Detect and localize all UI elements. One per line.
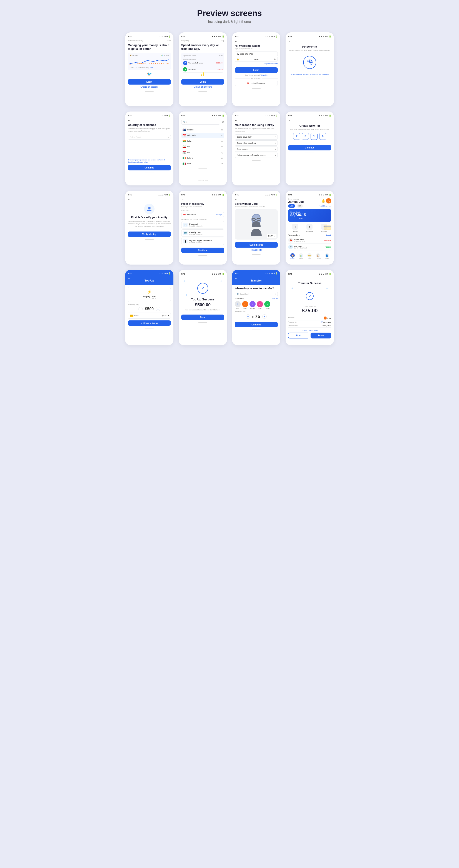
reason-item[interactable]: Spend save daily› xyxy=(235,134,278,140)
nav-history[interactable]: 📋 History xyxy=(316,253,321,259)
continue-button[interactable]: Continue xyxy=(128,165,171,170)
reason-item[interactable]: Spend while travelling› xyxy=(235,141,278,146)
nav-profile[interactable]: 👤 Profile xyxy=(325,253,329,259)
contact-avatar: P xyxy=(242,301,248,307)
topup-action[interactable]: ⬆ Top-up xyxy=(292,224,298,232)
country-code: IT xyxy=(222,163,223,165)
battery-icon: 🔋 xyxy=(275,115,278,117)
withdraw-action[interactable]: ⬇ Withdraw xyxy=(306,224,313,232)
back-arrow[interactable]: ← xyxy=(235,119,278,122)
headline: Fingerprint xyxy=(288,45,331,48)
battery-icon: 🔋 xyxy=(275,35,278,38)
back-arrow[interactable]: ← xyxy=(288,277,331,280)
success-icon: ✓ xyxy=(306,292,314,300)
back-arrow[interactable]: ← xyxy=(288,119,331,122)
create-account-button[interactable]: Create an account xyxy=(128,85,171,89)
sign-up-link[interactable]: Sign Up xyxy=(261,74,267,76)
back-arrow[interactable]: ← xyxy=(288,40,331,43)
country-item-iceland[interactable]: 🇮🇸IcelandIE xyxy=(181,127,224,132)
skip-link[interactable]: Skip xyxy=(221,40,224,42)
chevron-right-icon: › xyxy=(275,142,276,144)
nav-chart[interactable]: 📊 Chart xyxy=(299,253,303,259)
login-button[interactable]: Login xyxy=(235,67,278,73)
contact-item[interactable]: + Add xyxy=(235,301,241,309)
contact-item[interactable]: B Brandon xyxy=(250,301,256,309)
doc-method-item[interactable]: 🪪 Identity Card Issued in Indonesia › xyxy=(181,229,224,237)
screen-verify-identity: 9:41 ▲▲▲ wifi 🔋 ← First, let's verify yo… xyxy=(125,191,173,265)
nav-card[interactable]: 💳 Card xyxy=(307,253,312,259)
doc-method-item[interactable]: 📱 My info digital document Issued in Ind… xyxy=(181,238,224,245)
country-select[interactable]: Select Country ▾ xyxy=(128,135,171,140)
back-arrow[interactable]: ← xyxy=(128,198,171,201)
bank-select[interactable]: 🏦 Select Bank ▾ xyxy=(235,292,278,296)
info-date: Transfer date Sep 9, 2021 xyxy=(288,324,331,328)
tab-usd[interactable]: USD xyxy=(288,204,295,208)
reason-item[interactable]: Gain exposure to financial assets› xyxy=(235,153,278,158)
back-arrow[interactable]: ← xyxy=(235,198,278,201)
signal-icon: ▲▲▲ xyxy=(318,35,324,38)
change-link[interactable]: Change xyxy=(216,214,222,216)
screen-transfer: 9:41 ▲▲▲ wifi 🔋 ← Transfer Where do you … xyxy=(232,270,281,345)
done-button[interactable]: Done xyxy=(181,315,224,320)
login-button[interactable]: Login xyxy=(128,79,171,85)
nav-home[interactable]: 🏠 Home xyxy=(290,253,295,259)
increase-button[interactable]: + xyxy=(262,314,267,319)
contact-name: Philp xyxy=(243,308,247,309)
contact-item[interactable]: D Danne xyxy=(264,301,270,309)
continue-button[interactable]: Continue xyxy=(181,248,224,253)
screen-dashboard: 9:41 ▲▲▲ wifi 🔋 Good morning James Lee 🔔… xyxy=(286,191,334,265)
increase-button[interactable]: + xyxy=(156,307,160,311)
swipe-button[interactable]: ▶ Swipe to top-up xyxy=(128,320,171,326)
contact-item[interactable]: P Philp xyxy=(242,301,248,309)
google-login-button[interactable]: G Login with Google xyxy=(235,81,278,86)
back-arrow[interactable]: ← xyxy=(128,119,171,122)
back-arrow[interactable]: ← xyxy=(235,40,278,43)
add-currency-button[interactable]: + Add Currency xyxy=(319,204,331,208)
screen-content: + + + ✓ Top Up Success $500.00 Has been … xyxy=(181,277,224,320)
finpay-logo-icon: ⚡ xyxy=(130,289,168,294)
submit-selfie-button[interactable]: Submit selfie xyxy=(235,242,278,248)
see-all-link[interactable]: See all xyxy=(326,234,331,236)
country-item-indonesia[interactable]: 🇮🇩IndonesiaID xyxy=(181,133,224,138)
see-all-link[interactable]: See all xyxy=(272,298,278,300)
continue-button[interactable]: Continue xyxy=(235,322,278,328)
battery-icon: 🔋 xyxy=(168,272,171,275)
verify-button[interactable]: Verify Identity xyxy=(128,231,171,237)
recipient-avatar: P xyxy=(324,316,327,319)
flag-icon: 🇮🇩 xyxy=(183,134,186,137)
screen-selfie: 9:41 ▲▲▲ wifi 🔋 ← Selfie with ID Card Pl… xyxy=(232,191,281,265)
password-input[interactable]: 🔒 •••••••• 👁 xyxy=(235,57,278,62)
tab-idr[interactable]: IDR xyxy=(297,204,303,208)
country-item-ireland[interactable]: 🇮🇪IrelandIE xyxy=(181,155,224,161)
print-button[interactable]: Print xyxy=(288,333,309,338)
contact-item[interactable]: J Julie xyxy=(257,301,263,309)
country-item-italy[interactable]: 🇮🇹ItalyIT xyxy=(181,161,224,166)
amount-label: AMOUNT SENT xyxy=(288,306,331,308)
continue-button[interactable]: Continue xyxy=(288,145,331,150)
decrease-button[interactable]: − xyxy=(138,307,143,311)
reason-item[interactable]: Send money› xyxy=(235,147,278,152)
close-icon[interactable]: ✕ xyxy=(222,120,224,124)
finpay-card: Finpay Card $2,736.15 •••• •••• •••• 531… xyxy=(288,209,331,222)
done-button[interactable]: Done xyxy=(310,333,331,338)
doc-icon: 🪪 xyxy=(183,231,188,235)
mastercard-icon: 💳 xyxy=(130,314,133,317)
login-button[interactable]: Login xyxy=(181,79,224,85)
decrease-button[interactable]: − xyxy=(246,314,250,319)
page-subtitle: Including dark & light theme xyxy=(4,20,455,24)
fingerprint-icon[interactable] xyxy=(303,56,316,69)
retake-selfie-button[interactable]: Retake selfie xyxy=(235,248,278,252)
country-item-iraq[interactable]: 🇮🇶IraqIQ xyxy=(181,150,224,155)
create-account-button[interactable]: Create an account xyxy=(181,85,224,89)
bell-icon[interactable]: 🔔 xyxy=(321,199,325,203)
country-item-iran[interactable]: 🇮🇷IranIR xyxy=(181,144,224,149)
search-input[interactable]: 🔍 I xyxy=(181,120,220,125)
terms-text: To set fingerprint, you agree to our Ter… xyxy=(288,73,331,75)
doc-method-item[interactable]: 📄 Passport Issued in Indonesia › xyxy=(181,221,224,228)
skip-link[interactable]: Skip xyxy=(167,40,171,42)
battery-icon: 🔋 xyxy=(329,194,331,196)
phone-input[interactable]: 📞 0812 345 6789 xyxy=(235,52,278,56)
forgot-password[interactable]: Forgot Password? xyxy=(264,63,278,65)
country-item-india[interactable]: 🇮🇳IndiaIN xyxy=(181,138,224,144)
back-arrow[interactable]: ← xyxy=(181,198,224,201)
